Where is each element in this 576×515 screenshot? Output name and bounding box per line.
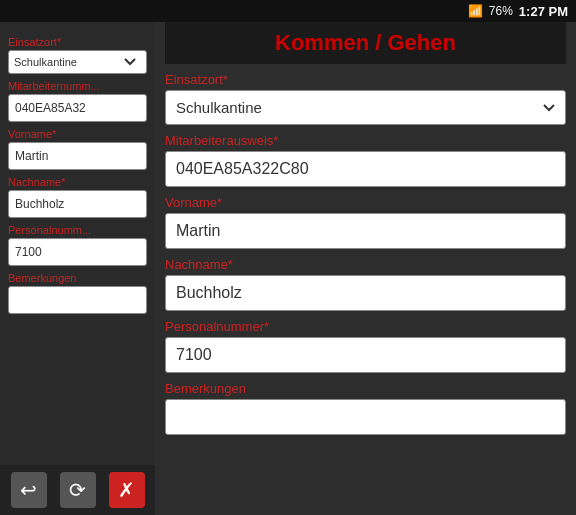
left-vorname-label: Vorname* <box>8 128 147 140</box>
right-mitarbeiter-label: Mitarbeiterausweis* <box>165 133 566 148</box>
back-icon: ↩ <box>20 478 37 502</box>
right-panel: Kommen / Gehen Einsatzort* Schulkantine … <box>155 22 576 515</box>
battery-text: 76% <box>489 4 513 18</box>
back-button[interactable]: ↩ <box>11 472 47 508</box>
left-vorname-input[interactable] <box>8 142 147 170</box>
right-nachname-label: Nachname* <box>165 257 566 272</box>
bottom-toolbar: ↩ ⟳ ✗ <box>0 465 155 515</box>
refresh-icon: ⟳ <box>69 478 86 502</box>
refresh-button[interactable]: ⟳ <box>60 472 96 508</box>
left-einsatzort-label: Einsatzort* <box>8 36 147 48</box>
left-personalnummer-label: Personalnumm... <box>8 224 147 236</box>
right-einsatzort-select[interactable]: Schulkantine <box>165 90 566 125</box>
status-bar: 📶 76% 1:27 PM <box>0 0 576 22</box>
left-personalnummer-input[interactable] <box>8 238 147 266</box>
left-panel: Einsatzort* Schulkantine Mitarbeiternumm… <box>0 22 155 515</box>
right-personalnummer-label: Personalnummer* <box>165 319 566 334</box>
right-bemerkungen-label: Bemerkungen <box>165 381 566 396</box>
left-bemerkungen-input[interactable] <box>8 286 147 314</box>
left-einsatzort-select[interactable]: Schulkantine <box>8 50 147 74</box>
main-container: Einsatzort* Schulkantine Mitarbeiternumm… <box>0 22 576 515</box>
page-header: Kommen / Gehen <box>165 22 566 64</box>
right-vorname-input[interactable] <box>165 213 566 249</box>
left-mitarbeiter-input[interactable] <box>8 94 147 122</box>
right-nachname-input[interactable] <box>165 275 566 311</box>
left-nachname-label: Nachname* <box>8 176 147 188</box>
left-nachname-input[interactable] <box>8 190 147 218</box>
signal-icon: 📶 <box>468 4 483 18</box>
right-personalnummer-input[interactable] <box>165 337 566 373</box>
left-bemerkungen-label: Bemerkungen <box>8 272 147 284</box>
page-title: Kommen / Gehen <box>169 30 562 56</box>
right-einsatzort-label: Einsatzort* <box>165 72 566 87</box>
right-vorname-label: Vorname* <box>165 195 566 210</box>
right-mitarbeiter-input[interactable] <box>165 151 566 187</box>
left-mitarbeiter-label: Mitarbeiternumm... <box>8 80 147 92</box>
right-bemerkungen-input[interactable] <box>165 399 566 435</box>
cancel-button[interactable]: ✗ <box>109 472 145 508</box>
time-display: 1:27 PM <box>519 4 568 19</box>
cancel-icon: ✗ <box>118 478 135 502</box>
